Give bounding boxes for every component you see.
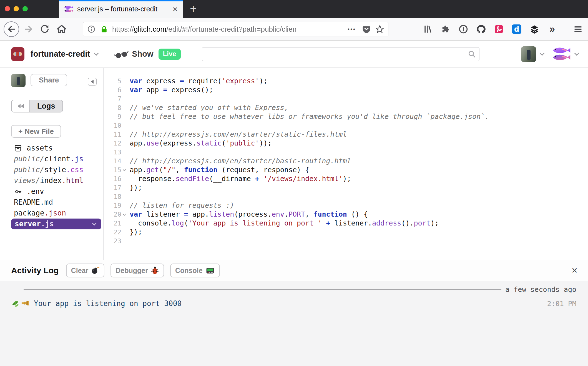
github-icon[interactable]	[476, 24, 486, 34]
user-avatar[interactable]	[521, 46, 536, 62]
show-button[interactable]: Show	[114, 48, 153, 60]
code-text: // listen for requests :)	[130, 201, 234, 210]
magenta-app-icon[interactable]	[494, 24, 504, 34]
code-line[interactable]: 22});	[104, 228, 588, 237]
fold-chevron-icon[interactable]	[123, 212, 126, 215]
window-close-button[interactable]	[5, 6, 10, 11]
file-item[interactable]: README.md	[0, 197, 103, 208]
ssl-lock-icon[interactable]	[100, 25, 108, 33]
extensions-icon[interactable]	[441, 24, 451, 34]
user-chevron-down-icon[interactable]	[539, 51, 544, 56]
bomb-icon	[91, 266, 99, 275]
pocket-icon[interactable]	[362, 25, 371, 34]
button-label: Console	[175, 267, 203, 275]
file-item[interactable]: views/index.html	[0, 175, 103, 186]
fold-gutter	[121, 121, 130, 130]
line-number: 18	[104, 192, 121, 201]
code-line[interactable]: 21 console.log('Your app is listening on…	[104, 219, 588, 228]
file-name-segment: .html	[62, 175, 83, 186]
code-line[interactable]: 20var listener = app.listen(process.env.…	[104, 210, 588, 219]
line-number: 12	[104, 139, 121, 148]
file-name-segment: package	[14, 208, 44, 219]
browser-tab[interactable]: server.js – fortunate-credit ×	[59, 0, 183, 18]
code-text: // http://expressjs.com/en/starter/basic…	[130, 157, 351, 166]
code-line[interactable]: 14// http://expressjs.com/en/starter/bas…	[104, 157, 588, 166]
line-number: 22	[104, 228, 121, 237]
layers-icon[interactable]	[529, 24, 539, 34]
overflow-icon[interactable]: »	[547, 24, 557, 34]
line-number: 10	[104, 121, 121, 130]
chevron-down-icon[interactable]	[92, 221, 97, 226]
project-name[interactable]: fortunate-credit	[31, 49, 90, 59]
back-button[interactable]	[4, 21, 19, 37]
code-text: });	[130, 228, 142, 237]
file-item[interactable]: assets	[0, 143, 103, 154]
url-bar[interactable]: https://glitch.com/edit/#!/fortunate-cre…	[83, 22, 388, 36]
site-info-icon[interactable]	[87, 25, 96, 33]
logs-button[interactable]: Logs	[29, 100, 62, 112]
file-item[interactable]: server.js	[11, 219, 101, 229]
file-item[interactable]: package.json	[0, 208, 103, 219]
code-line[interactable]: 6var app = express();	[104, 86, 588, 94]
fold-chevron-icon[interactable]	[123, 168, 126, 171]
code-line[interactable]: 5var express = require('express');	[104, 77, 588, 86]
line-number: 21	[104, 219, 121, 228]
file-item[interactable]: .env	[0, 186, 103, 197]
pager-icon	[205, 266, 215, 275]
file-item[interactable]: public/style.css	[0, 164, 103, 175]
search-icon	[468, 50, 476, 58]
bookmark-star-icon[interactable]	[375, 25, 384, 34]
project-avatar[interactable]	[11, 47, 24, 61]
blue-d-app-icon[interactable]: d	[512, 24, 522, 34]
debugger-button[interactable]: Debugger	[110, 264, 164, 277]
menu-icon[interactable]	[573, 24, 583, 34]
code-line[interactable]: 9// but feel free to use whatever libs o…	[104, 112, 588, 121]
sidebar-user-avatar[interactable]	[11, 74, 26, 87]
file-item[interactable]: public/client.js	[0, 154, 103, 164]
code-text: // we've started you off with Express,	[130, 103, 288, 112]
code-line[interactable]: 13	[104, 148, 588, 157]
code-line[interactable]: 15app.get("/", function (request, respon…	[104, 166, 588, 174]
share-button[interactable]: Share	[31, 74, 67, 86]
code-line[interactable]: 19// listen for requests :)	[104, 201, 588, 210]
clear-button[interactable]: Clear	[66, 264, 105, 277]
code-line[interactable]: 8// we've started you off with Express,	[104, 103, 588, 112]
code-line[interactable]: 17});	[104, 183, 588, 192]
activity-close-icon[interactable]: ×	[572, 265, 577, 275]
code-lines: 5var express = require('express');6var a…	[104, 77, 588, 245]
logo-chevron-down-icon[interactable]	[574, 51, 579, 56]
tab-close-icon[interactable]: ×	[172, 5, 178, 14]
code-line[interactable]: 16 response.sendFile(__dirname + '/views…	[104, 174, 588, 183]
button-label: Debugger	[115, 267, 148, 275]
new-file-button[interactable]: + New File	[11, 125, 61, 138]
code-editor[interactable]: 5var express = require('express');6var a…	[104, 68, 588, 260]
code-line[interactable]: 7	[104, 94, 588, 103]
code-line[interactable]: 18	[104, 192, 588, 201]
forward-button[interactable]	[24, 24, 34, 34]
url-path: /edit/#!/fortunate-credit?path=public/cl…	[166, 25, 296, 33]
activity-log-title: Activity Log	[11, 266, 59, 275]
page-actions-icon[interactable]: •••	[348, 26, 356, 32]
search-input[interactable]	[202, 47, 479, 61]
window-minimize-button[interactable]	[14, 6, 19, 11]
home-button[interactable]	[56, 24, 67, 34]
code-line[interactable]: 10	[104, 121, 588, 130]
console-button[interactable]: Console	[170, 264, 220, 277]
password-manager-icon[interactable]	[458, 24, 468, 34]
file-name-segment: client	[44, 154, 71, 164]
new-tab-button[interactable]: +	[190, 2, 197, 16]
glitch-logo[interactable]	[551, 46, 572, 62]
collapse-arrow-icon	[91, 80, 94, 84]
code-text: console.log('Your app is listening on po…	[130, 219, 439, 228]
reload-button[interactable]	[40, 24, 50, 34]
project-chevron-down-icon[interactable]	[94, 51, 99, 56]
code-line[interactable]: 12app.use(express.static('public'));	[104, 139, 588, 148]
code-line[interactable]: 11// http://expressjs.com/en/starter/sta…	[104, 130, 588, 139]
window-zoom-button[interactable]	[22, 6, 28, 11]
sidebar-collapse-button[interactable]	[88, 78, 97, 86]
code-line[interactable]: 23	[104, 237, 588, 245]
library-icon[interactable]	[423, 24, 433, 34]
rewind-button[interactable]	[12, 100, 29, 112]
tab-strip: server.js – fortunate-credit × +	[0, 0, 588, 18]
file-name-segment: .env	[27, 186, 44, 197]
